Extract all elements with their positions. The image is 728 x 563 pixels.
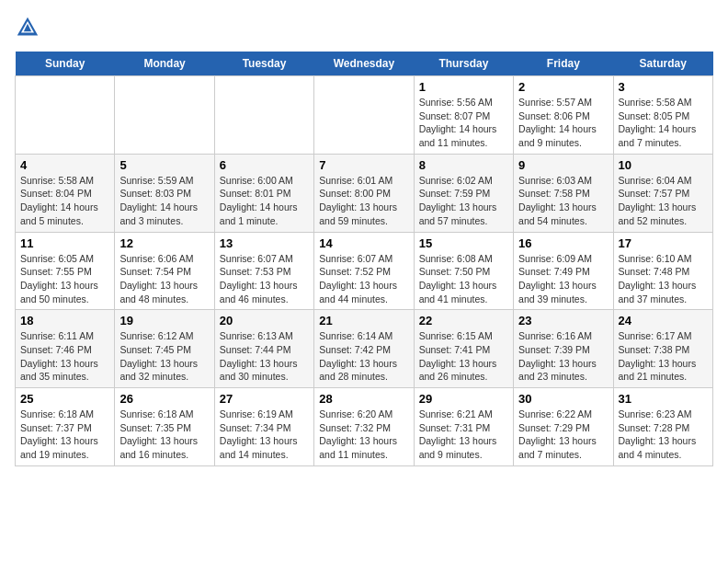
week-row-3: 11Sunrise: 6:05 AM Sunset: 7:55 PM Dayli… — [16, 232, 713, 310]
calendar-cell: 1Sunrise: 5:56 AM Sunset: 8:07 PM Daylig… — [414, 76, 513, 155]
week-row-5: 25Sunrise: 6:18 AM Sunset: 7:37 PM Dayli… — [16, 388, 713, 466]
cell-info: Sunrise: 6:07 AM Sunset: 7:52 PM Dayligh… — [319, 252, 408, 306]
calendar-cell: 21Sunrise: 6:14 AM Sunset: 7:42 PM Dayli… — [314, 310, 414, 388]
calendar-cell: 19Sunrise: 6:12 AM Sunset: 7:45 PM Dayli… — [115, 310, 214, 388]
date-number: 18 — [20, 314, 109, 327]
date-number: 19 — [119, 314, 209, 327]
calendar-cell: 17Sunrise: 6:10 AM Sunset: 7:48 PM Dayli… — [613, 232, 712, 310]
cell-info: Sunrise: 5:58 AM Sunset: 8:05 PM Dayligh… — [619, 96, 708, 150]
calendar-cell: 5Sunrise: 5:59 AM Sunset: 8:03 PM Daylig… — [115, 154, 214, 232]
cell-info: Sunrise: 6:02 AM Sunset: 7:59 PM Dayligh… — [419, 174, 508, 228]
calendar-cell — [16, 76, 115, 155]
calendar-cell: 15Sunrise: 6:08 AM Sunset: 7:50 PM Dayli… — [414, 232, 513, 310]
cell-info: Sunrise: 6:16 AM Sunset: 7:39 PM Dayligh… — [518, 329, 608, 384]
cell-info: Sunrise: 6:12 AM Sunset: 7:45 PM Dayligh… — [119, 329, 209, 384]
calendar-cell: 9Sunrise: 6:03 AM Sunset: 7:58 PM Daylig… — [514, 154, 613, 232]
cell-info: Sunrise: 6:17 AM Sunset: 7:38 PM Dayligh… — [619, 329, 708, 384]
day-header-saturday: Saturday — [613, 52, 712, 76]
date-number: 8 — [419, 158, 508, 172]
calendar-table: SundayMondayTuesdayWednesdayThursdayFrid… — [15, 52, 713, 466]
cell-info: Sunrise: 6:06 AM Sunset: 7:54 PM Dayligh… — [119, 252, 209, 306]
date-number: 2 — [518, 80, 608, 94]
calendar-cell — [314, 76, 414, 155]
cell-info: Sunrise: 6:00 AM Sunset: 8:01 PM Dayligh… — [220, 174, 309, 228]
day-header-wednesday: Wednesday — [314, 52, 414, 76]
calendar-cell: 7Sunrise: 6:01 AM Sunset: 8:00 PM Daylig… — [314, 154, 414, 232]
date-number: 16 — [518, 236, 608, 250]
cell-info: Sunrise: 5:59 AM Sunset: 8:03 PM Dayligh… — [119, 174, 209, 228]
calendar-cell: 29Sunrise: 6:21 AM Sunset: 7:31 PM Dayli… — [414, 388, 513, 466]
logo-icon — [15, 15, 40, 40]
calendar-cell: 10Sunrise: 6:04 AM Sunset: 7:57 PM Dayli… — [613, 154, 712, 232]
cell-info: Sunrise: 6:01 AM Sunset: 8:00 PM Dayligh… — [319, 174, 408, 228]
date-number: 3 — [619, 80, 708, 94]
date-number: 24 — [619, 314, 708, 327]
calendar-cell: 12Sunrise: 6:06 AM Sunset: 7:54 PM Dayli… — [115, 232, 214, 310]
cell-info: Sunrise: 6:04 AM Sunset: 7:57 PM Dayligh… — [619, 174, 708, 228]
calendar-cell: 4Sunrise: 5:58 AM Sunset: 8:04 PM Daylig… — [16, 154, 115, 232]
calendar-cell: 3Sunrise: 5:58 AM Sunset: 8:05 PM Daylig… — [613, 76, 712, 155]
cell-info: Sunrise: 5:58 AM Sunset: 8:04 PM Dayligh… — [20, 174, 109, 228]
logo — [15, 15, 44, 40]
calendar-cell — [214, 76, 313, 155]
date-number: 17 — [619, 236, 708, 250]
calendar-cell: 14Sunrise: 6:07 AM Sunset: 7:52 PM Dayli… — [314, 232, 414, 310]
calendar-cell: 30Sunrise: 6:22 AM Sunset: 7:29 PM Dayli… — [514, 388, 613, 466]
cell-info: Sunrise: 5:57 AM Sunset: 8:06 PM Dayligh… — [518, 96, 608, 150]
cell-info: Sunrise: 5:56 AM Sunset: 8:07 PM Dayligh… — [419, 96, 508, 150]
week-row-2: 4Sunrise: 5:58 AM Sunset: 8:04 PM Daylig… — [16, 154, 713, 232]
cell-info: Sunrise: 6:09 AM Sunset: 7:49 PM Dayligh… — [518, 252, 608, 306]
week-row-4: 18Sunrise: 6:11 AM Sunset: 7:46 PM Dayli… — [16, 310, 713, 388]
date-number: 10 — [619, 158, 708, 172]
cell-info: Sunrise: 6:22 AM Sunset: 7:29 PM Dayligh… — [518, 408, 608, 462]
cell-info: Sunrise: 6:07 AM Sunset: 7:53 PM Dayligh… — [220, 252, 309, 306]
date-number: 4 — [20, 158, 109, 172]
date-number: 5 — [119, 158, 209, 172]
cell-info: Sunrise: 6:11 AM Sunset: 7:46 PM Dayligh… — [20, 329, 109, 384]
page-header — [15, 15, 713, 40]
calendar-cell: 22Sunrise: 6:15 AM Sunset: 7:41 PM Dayli… — [414, 310, 513, 388]
date-number: 9 — [518, 158, 608, 172]
calendar-cell — [115, 76, 214, 155]
date-number: 15 — [419, 236, 508, 250]
cell-info: Sunrise: 6:10 AM Sunset: 7:48 PM Dayligh… — [619, 252, 708, 306]
date-number: 6 — [220, 158, 309, 172]
cell-info: Sunrise: 6:13 AM Sunset: 7:44 PM Dayligh… — [220, 329, 309, 384]
cell-info: Sunrise: 6:03 AM Sunset: 7:58 PM Dayligh… — [518, 174, 608, 228]
cell-info: Sunrise: 6:21 AM Sunset: 7:31 PM Dayligh… — [419, 408, 508, 462]
date-number: 21 — [319, 314, 408, 327]
day-header-monday: Monday — [115, 52, 214, 76]
cell-info: Sunrise: 6:19 AM Sunset: 7:34 PM Dayligh… — [220, 408, 309, 462]
header-row: SundayMondayTuesdayWednesdayThursdayFrid… — [16, 52, 713, 76]
calendar-cell: 18Sunrise: 6:11 AM Sunset: 7:46 PM Dayli… — [16, 310, 115, 388]
calendar-cell: 11Sunrise: 6:05 AM Sunset: 7:55 PM Dayli… — [16, 232, 115, 310]
date-number: 26 — [119, 392, 209, 406]
cell-info: Sunrise: 6:14 AM Sunset: 7:42 PM Dayligh… — [319, 329, 408, 384]
date-number: 23 — [518, 314, 608, 327]
calendar-cell: 20Sunrise: 6:13 AM Sunset: 7:44 PM Dayli… — [214, 310, 313, 388]
day-header-friday: Friday — [514, 52, 613, 76]
calendar-cell: 2Sunrise: 5:57 AM Sunset: 8:06 PM Daylig… — [514, 76, 613, 155]
date-number: 27 — [220, 392, 309, 406]
date-number: 31 — [619, 392, 708, 406]
calendar-cell: 25Sunrise: 6:18 AM Sunset: 7:37 PM Dayli… — [16, 388, 115, 466]
cell-info: Sunrise: 6:18 AM Sunset: 7:35 PM Dayligh… — [119, 408, 209, 462]
date-number: 25 — [20, 392, 109, 406]
calendar-cell: 24Sunrise: 6:17 AM Sunset: 7:38 PM Dayli… — [613, 310, 712, 388]
calendar-cell: 13Sunrise: 6:07 AM Sunset: 7:53 PM Dayli… — [214, 232, 313, 310]
cell-info: Sunrise: 6:18 AM Sunset: 7:37 PM Dayligh… — [20, 408, 109, 462]
date-number: 29 — [419, 392, 508, 406]
date-number: 7 — [319, 158, 408, 172]
cell-info: Sunrise: 6:20 AM Sunset: 7:32 PM Dayligh… — [319, 408, 408, 462]
date-number: 11 — [20, 236, 109, 250]
day-header-tuesday: Tuesday — [214, 52, 313, 76]
day-header-thursday: Thursday — [414, 52, 513, 76]
day-header-sunday: Sunday — [16, 52, 115, 76]
cell-info: Sunrise: 6:05 AM Sunset: 7:55 PM Dayligh… — [20, 252, 109, 306]
date-number: 30 — [518, 392, 608, 406]
date-number: 20 — [220, 314, 309, 327]
calendar-cell: 8Sunrise: 6:02 AM Sunset: 7:59 PM Daylig… — [414, 154, 513, 232]
date-number: 12 — [119, 236, 209, 250]
calendar-cell: 6Sunrise: 6:00 AM Sunset: 8:01 PM Daylig… — [214, 154, 313, 232]
date-number: 22 — [419, 314, 508, 327]
